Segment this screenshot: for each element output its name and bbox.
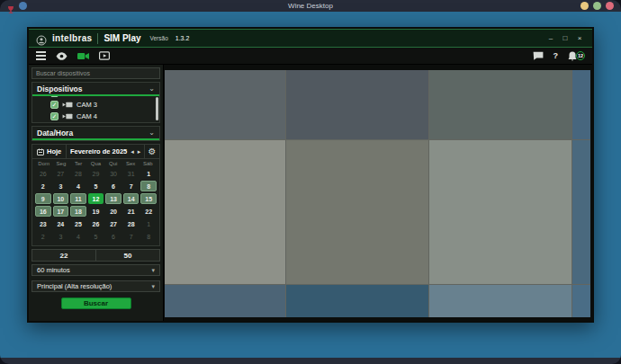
device-row[interactable]: ✓CAM 4 — [50, 111, 159, 122]
calendar-day[interactable]: 6 — [105, 181, 122, 191]
maximize-button[interactable]: □ — [560, 34, 571, 42]
video-grid-tile[interactable] — [165, 140, 285, 284]
calendar-day[interactable]: 2 — [35, 231, 51, 242]
device-checkbox[interactable]: ✓ — [50, 96, 58, 97]
video-grid-tile[interactable] — [286, 140, 428, 284]
gear-icon[interactable]: ⚙ — [145, 145, 159, 158]
calendar-day[interactable]: 25 — [70, 218, 86, 229]
os-app-icon[interactable] — [19, 2, 27, 10]
video-grid-tile[interactable] — [429, 285, 572, 317]
search-button[interactable]: Buscar — [61, 297, 131, 309]
calendar-day[interactable]: 7 — [123, 181, 140, 191]
calendar-header: Hoje Fevereiro de 2025 ◂ ▸ ⚙ — [32, 145, 159, 159]
calendar-day[interactable]: 4 — [70, 181, 86, 191]
app-body: Dispositivos ⌄ ✓✓CAM 3✓CAM 4 Data/Hora ⌄ — [29, 65, 592, 321]
brand-logo: intelbras — [52, 33, 92, 43]
help-icon[interactable]: ? — [554, 51, 559, 60]
calendar-day[interactable]: 22 — [140, 206, 157, 217]
calendar-day[interactable]: 2 — [35, 181, 51, 191]
devices-panel-header[interactable]: Dispositivos ⌄ — [32, 83, 159, 94]
calendar-day[interactable]: 8 — [140, 231, 157, 242]
video-grid-tile[interactable] — [286, 70, 428, 139]
stream-select[interactable]: Principal (Alta resolução) ▾ — [32, 280, 160, 292]
calendar-day[interactable]: 23 — [35, 218, 51, 229]
calendar-day[interactable]: 27 — [105, 218, 122, 229]
video-grid-tile[interactable] — [429, 140, 572, 284]
next-month-icon[interactable]: ▸ — [138, 148, 141, 155]
chevron-down-icon[interactable]: ⌄ — [148, 86, 155, 92]
device-label: CAM 4 — [76, 112, 97, 120]
calendar-grid: 2627282930311234567891011121314151617181… — [32, 166, 159, 245]
calendar-day[interactable]: 3 — [53, 231, 69, 242]
calendar-day[interactable]: 8 — [140, 181, 157, 191]
duration-select[interactable]: 60 minutos ▾ — [32, 264, 160, 276]
calendar-day[interactable]: 7 — [123, 231, 140, 242]
calendar-day[interactable]: 11 — [70, 193, 86, 204]
weekday-label: Dom — [35, 161, 52, 166]
video-grid-tile[interactable] — [286, 285, 428, 317]
calendar-day[interactable]: 18 — [70, 206, 86, 217]
account-icon[interactable] — [36, 33, 47, 44]
playback-camera-icon[interactable] — [77, 52, 89, 60]
calendar-day[interactable]: 1 — [140, 218, 157, 229]
os-window-button[interactable] — [606, 2, 614, 10]
calendar-day[interactable]: 3 — [53, 181, 69, 191]
video-grid-tile[interactable] — [572, 140, 590, 284]
menu-icon[interactable] — [36, 51, 46, 60]
minute-input[interactable]: 50 — [96, 250, 159, 261]
chevron-down-icon[interactable]: ⌄ — [148, 130, 155, 136]
calendar-day[interactable]: 31 — [123, 168, 140, 179]
video-grid-tile[interactable] — [165, 285, 285, 317]
chat-icon[interactable] — [533, 51, 544, 60]
device-search-input[interactable] — [32, 67, 160, 79]
calendar-day[interactable]: 14 — [123, 193, 140, 204]
notification-badge[interactable]: 12 — [576, 51, 585, 60]
calendar-day[interactable]: 29 — [88, 168, 104, 179]
calendar-day[interactable]: 5 — [88, 181, 104, 191]
calendar-day[interactable]: 9 — [35, 193, 51, 204]
caret-down-icon: ▾ — [151, 267, 155, 274]
calendar-day[interactable]: 19 — [88, 206, 104, 217]
minimize-button[interactable]: – — [545, 34, 556, 42]
video-grid-tile[interactable] — [572, 285, 590, 317]
weekday-row: DomSegTerQuaQuiSexSáb — [32, 159, 159, 166]
prev-month-icon[interactable]: ◂ — [130, 148, 134, 155]
calendar-day[interactable]: 20 — [105, 206, 122, 217]
calendar-day[interactable]: 13 — [105, 193, 122, 204]
close-button[interactable]: × — [574, 34, 585, 42]
video-grid-tile[interactable] — [165, 70, 285, 139]
calendar-day[interactable]: 24 — [53, 218, 69, 229]
calendar-day[interactable]: 26 — [88, 218, 104, 229]
app-titlebar: intelbras SIM Play Versão 1.3.2 – □ × — [29, 29, 592, 48]
calendar-day[interactable]: 1 — [140, 168, 157, 179]
today-button[interactable]: Hoje — [32, 145, 67, 158]
calendar-day[interactable]: 10 — [53, 193, 69, 204]
calendar-day[interactable]: 30 — [105, 168, 122, 179]
hour-input[interactable]: 22 — [32, 250, 96, 261]
calendar-day[interactable]: 27 — [53, 168, 69, 179]
device-checkbox[interactable]: ✓ — [50, 112, 58, 120]
live-view-eye-icon[interactable] — [56, 52, 68, 60]
calendar-day[interactable]: 12 — [88, 193, 104, 204]
calendar-day[interactable]: 15 — [140, 193, 157, 204]
notifications-group[interactable]: 12 — [568, 51, 585, 61]
calendar-day[interactable]: 6 — [105, 231, 122, 242]
video-grid-tile[interactable] — [429, 70, 572, 139]
calendar-day[interactable]: 17 — [53, 206, 69, 217]
os-window-button[interactable] — [593, 2, 601, 10]
device-row[interactable]: ✓CAM 3 — [50, 99, 159, 111]
video-grid-tile[interactable] — [572, 70, 590, 139]
calendar-day[interactable]: 21 — [123, 206, 140, 217]
calendar-day[interactable]: 28 — [70, 168, 86, 179]
weekday-label: Seg — [52, 161, 69, 166]
os-window-button[interactable] — [580, 2, 589, 10]
calendar-day[interactable]: 5 — [88, 231, 104, 242]
calendar-day[interactable]: 28 — [123, 218, 140, 229]
calendar-day[interactable]: 16 — [35, 206, 51, 217]
device-list-scrollbar[interactable] — [156, 97, 158, 120]
device-checkbox[interactable]: ✓ — [50, 101, 58, 109]
local-playback-icon[interactable] — [99, 51, 110, 60]
calendar-day[interactable]: 26 — [35, 168, 51, 179]
datetime-panel-header[interactable]: Data/Hora ⌄ — [32, 127, 159, 138]
calendar-day[interactable]: 4 — [70, 231, 86, 242]
